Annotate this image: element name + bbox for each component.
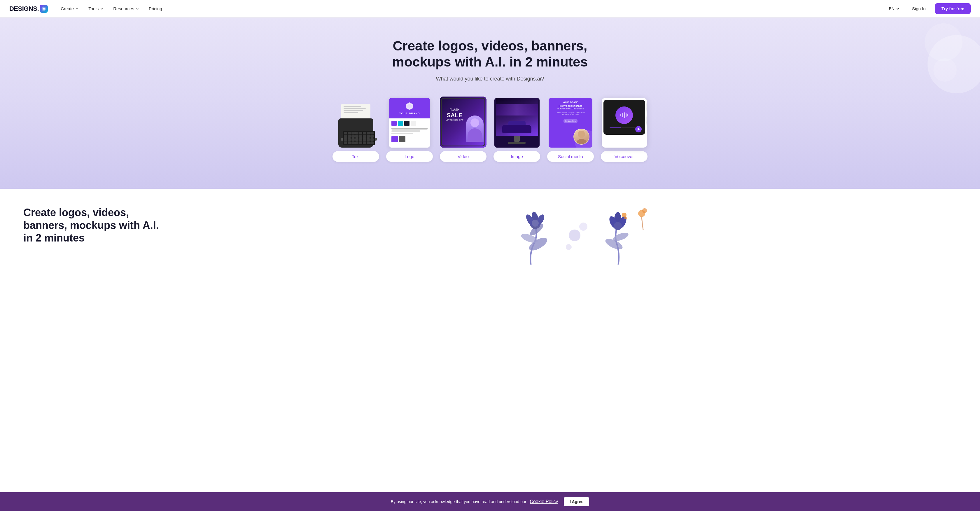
chevron-down-icon: [896, 7, 900, 11]
card-logo-image: YOUR BRAND: [386, 97, 433, 148]
voiceover-progress: [609, 127, 639, 128]
signin-button[interactable]: Sign In: [906, 4, 932, 13]
svg-point-10: [532, 220, 539, 227]
hero-section: Create logos, videos, banners, mockups w…: [0, 18, 980, 189]
swatch-purple: [391, 121, 397, 126]
svg-point-13: [566, 244, 572, 250]
logo-illustration: YOUR BRAND: [389, 98, 430, 148]
voiceover-illustration: [602, 98, 647, 148]
svg-point-12: [579, 223, 587, 231]
card-image-button[interactable]: Image: [493, 151, 540, 162]
card-logo-button[interactable]: Logo: [386, 151, 433, 162]
card-social-button[interactable]: Social media: [547, 151, 594, 162]
social-your-brand: YOUR BRAND: [552, 101, 589, 104]
typewriter-body: [338, 118, 373, 148]
voiceover-wave: [620, 112, 628, 118]
social-person: [573, 129, 589, 145]
social-subtitle: Join our webinar 29 Aug @ 7.30pm GMT +8R…: [552, 112, 589, 115]
monitor-stand: [514, 136, 520, 142]
svg-marker-1: [406, 103, 413, 110]
social-title: HOW TO BOOST SALESIN YOUR SMALL BUSINESS: [552, 105, 589, 110]
earbuds: [646, 102, 647, 124]
social-register-btn: Register Now: [563, 119, 578, 123]
svg-point-21: [624, 216, 627, 219]
card-voiceover: Voiceover: [601, 97, 648, 162]
card-voiceover-image: [601, 97, 648, 148]
card-social-image: YOUR BRAND HOW TO BOOST SALESIN YOUR SMA…: [547, 97, 594, 148]
card-text: Text: [332, 97, 379, 162]
paper-line: [344, 106, 361, 107]
logo-swatch-row: [391, 121, 428, 126]
navbar: DESIGNS. Create Tools Resources: [0, 0, 980, 18]
paper-line: [344, 112, 358, 113]
card-text-button[interactable]: Text: [332, 151, 379, 162]
voiceover-screen: [603, 100, 645, 135]
card-voiceover-button[interactable]: Voiceover: [601, 151, 648, 162]
hero-heading: Create logos, videos, banners, mockups w…: [379, 38, 601, 70]
logo-card-body: [389, 118, 430, 145]
logo-icon-row: [391, 136, 428, 142]
voiceover-play-btn[interactable]: [635, 126, 642, 132]
nav-create[interactable]: Create: [57, 4, 83, 13]
monitor-base: [508, 142, 526, 144]
second-text: Create logos, videos, banners, mockups w…: [23, 206, 169, 244]
image-illustration: [495, 98, 539, 148]
hero-subtitle: What would you like to create with Desig…: [12, 76, 968, 82]
video-illustration: FLASH SALE UP TO 50% OFF: [440, 97, 487, 148]
svg-point-19: [614, 222, 622, 230]
play-icon: [638, 128, 640, 131]
second-illustration: [187, 206, 957, 264]
nav-right: EN Sign In Try for free: [886, 3, 970, 14]
chevron-down-icon: [75, 7, 79, 11]
cards-row: Text YOUR BRAND: [12, 97, 968, 162]
logo-brand-text: YOUR BRAND: [399, 112, 420, 115]
plant-illustration: [484, 206, 659, 264]
nav-resources[interactable]: Resources: [110, 4, 143, 13]
hero-decoration-circle-1: [928, 35, 980, 93]
card-social: YOUR BRAND HOW TO BOOST SALESIN YOUR SMA…: [547, 97, 594, 162]
card-logo: YOUR BRAND: [386, 97, 433, 162]
swatch-light: [410, 121, 416, 126]
typewriter-keys: [343, 131, 375, 145]
monitor-screen: [496, 98, 538, 136]
second-section: Create logos, videos, banners, mockups w…: [0, 189, 980, 282]
svg-point-11: [569, 229, 581, 241]
card-video-button[interactable]: Video: [440, 151, 487, 162]
try-button[interactable]: Try for free: [935, 3, 970, 14]
voiceover-circle: [616, 107, 633, 124]
chevron-down-icon: [135, 7, 139, 11]
swatch-cyan: [398, 121, 403, 126]
svg-point-23: [642, 208, 647, 213]
hex-icon: [405, 102, 414, 111]
earbud-top: [646, 102, 647, 111]
logo-badge: [40, 5, 48, 13]
nav-links: Create Tools Resources Pricing: [57, 4, 886, 13]
swatch-dark: [404, 121, 409, 126]
nav-tools[interactable]: Tools: [85, 4, 107, 13]
paper-line: [344, 108, 366, 109]
video-person: [466, 116, 484, 142]
car-illustration: [502, 121, 531, 133]
earbud-bottom: [646, 116, 647, 124]
video-sale-text: FLASH SALE UP TO 50% OFF: [445, 108, 463, 122]
logo-card-header: YOUR BRAND: [389, 98, 430, 118]
lang-selector[interactable]: EN: [886, 5, 902, 13]
card-image-img: [493, 97, 540, 148]
chevron-down-icon: [100, 7, 104, 11]
typewriter-illustration: [336, 104, 376, 148]
card-video-image: FLASH SALE UP TO 50% OFF: [440, 97, 487, 148]
logo-font-lines: [391, 128, 428, 134]
social-person-head: [578, 131, 585, 138]
nav-pricing[interactable]: Pricing: [145, 4, 165, 13]
hero-decoration-circle-2: [924, 23, 963, 61]
card-image: Image: [493, 97, 540, 162]
logo-text: DESIGNS.: [10, 5, 39, 13]
paper-line: [344, 110, 363, 111]
card-video: FLASH SALE UP TO 50% OFF Video: [440, 97, 487, 162]
logo-link[interactable]: DESIGNS.: [10, 5, 48, 13]
voiceover-progress-fill: [609, 127, 621, 128]
card-text-image: [332, 97, 379, 148]
second-heading: Create logos, videos, banners, mockups w…: [23, 206, 169, 244]
social-illustration: YOUR BRAND HOW TO BOOST SALESIN YOUR SMA…: [549, 98, 592, 148]
